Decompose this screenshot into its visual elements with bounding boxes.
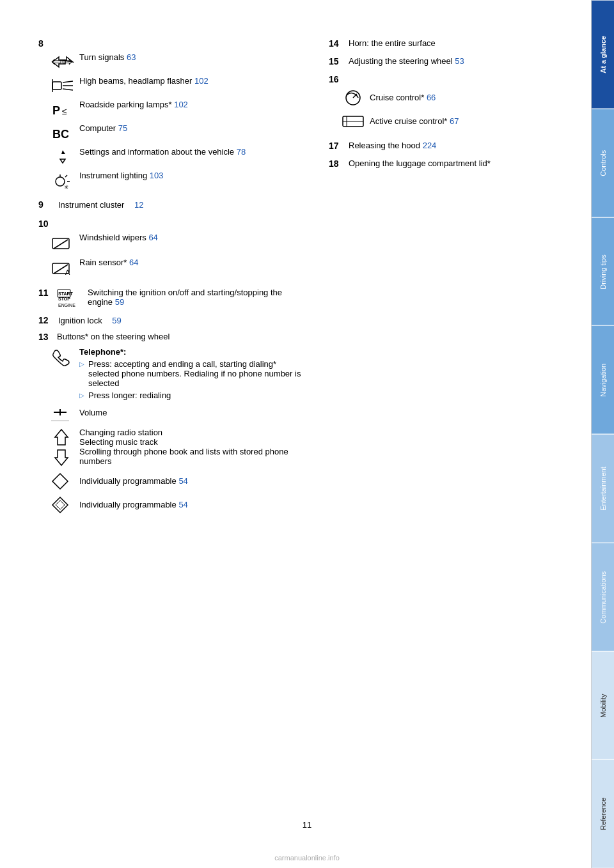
section-10: 10 Windshield wipers 64 — [38, 219, 310, 277]
high-beams-icon-cell — [51, 76, 79, 95]
cruise-control-item: Cruise control* 66 — [342, 88, 565, 107]
sidebar-tab-driving-tips[interactable]: Driving tips — [592, 217, 614, 326]
sidebar: At a glance Controls Driving tips Naviga… — [591, 0, 614, 868]
telephone-item: Telephone*: ▷ Press: accepting and endin… — [51, 347, 310, 400]
radio-down-icon — [51, 449, 72, 467]
section-14: 14 Horn: the entire surface — [329, 38, 565, 49]
section-16-number: 16 — [329, 74, 342, 84]
svg-text:P: P — [52, 104, 60, 117]
section-15-number: 15 — [329, 56, 342, 66]
sidebar-tab-reference[interactable]: Reference — [592, 759, 614, 868]
parking-lamps-icon: P ≤ — [51, 100, 74, 118]
parking-lamps-icon-cell: P ≤ — [51, 100, 79, 118]
turn-signals-icon: ⇦⇨ — [51, 53, 74, 71]
telephone-text: Telephone*: ▷ Press: accepting and endin… — [79, 347, 310, 400]
section-12-page: 59 — [112, 316, 121, 325]
start-stop-icon: START STOP ENGINE — [57, 288, 85, 309]
telephone-icon-cell — [51, 347, 79, 371]
turn-signals-text: Turn signals 63 — [79, 52, 310, 62]
active-cruise-icon-cell — [342, 112, 370, 130]
volume-item: Volume — [51, 405, 310, 422]
svg-line-6 — [63, 89, 73, 90]
computer-text: Computer 75 — [79, 123, 310, 133]
cruise-control-text: Cruise control* 66 — [370, 93, 565, 102]
high-beams-text: High beams, headlamp flasher 102 — [79, 76, 310, 86]
settings-text: Settings and information about the vehic… — [79, 147, 310, 157]
sidebar-tab-at-a-glance[interactable]: At a glance — [592, 0, 614, 109]
section-18-text: Opening the luggage compartment lid* — [349, 159, 491, 169]
section-14-text: Horn: the entire surface — [349, 38, 436, 49]
instrument-lighting-text: Instrument lighting 103 — [79, 171, 310, 180]
cruise-control-icon — [342, 89, 365, 107]
computer-icon-cell: BC — [51, 123, 79, 142]
svg-text:STOP: STOP — [58, 297, 70, 301]
section-15: 15 Adjusting the steering wheel 53 — [329, 56, 565, 66]
parking-lamps-text: Roadside parking lamps* 102 — [79, 100, 310, 109]
radio-music-text: Changing radio station Selecting music t… — [79, 428, 310, 466]
high-beams-icon — [51, 77, 74, 95]
instrument-lighting-icon-cell: ✳ — [51, 171, 79, 189]
page-number: 11 — [303, 820, 311, 830]
bullet-2: ▷ — [79, 392, 84, 399]
programmable-1-icon-cell — [51, 472, 79, 490]
computer-icon: BC — [51, 124, 74, 142]
section-13: 13 Buttons* on the steering wheel Teleph… — [38, 332, 310, 514]
section-8: 8 ⇦⇨ Turn signals 63 — [38, 38, 310, 189]
volume-plus-icon — [51, 408, 69, 417]
section-14-number: 14 — [329, 38, 342, 49]
active-cruise-icon — [342, 112, 365, 130]
section-10-header: 10 — [38, 219, 310, 229]
programmable-1-item: Individually programmable 54 — [51, 472, 310, 490]
section-13-number: 13 — [38, 332, 51, 342]
rain-sensor-text: Rain sensor* 64 — [79, 258, 310, 267]
settings-icon-cell — [51, 147, 79, 166]
section-9-page: 12 — [134, 200, 143, 210]
instrument-lighting-item: ✳ Instrument lighting 103 — [51, 171, 310, 189]
svg-text:BC: BC — [52, 128, 69, 141]
high-beams-item: High beams, headlamp flasher 102 — [51, 76, 310, 95]
windshield-wipers-item: Windshield wipers 64 — [51, 233, 310, 252]
left-column: 8 ⇦⇨ Turn signals 63 — [38, 38, 310, 842]
rain-sensor-icon: A — [51, 258, 74, 277]
svg-marker-11 — [61, 150, 65, 154]
watermark: carmanualonline.info — [274, 854, 340, 862]
section-12: 12 Ignition lock 59 — [38, 315, 310, 325]
programmable-2-icon-cell — [51, 495, 79, 514]
settings-icon — [51, 148, 74, 166]
section-13-label: Buttons* on the steering wheel — [57, 332, 169, 341]
rain-sensor-item: A Rain sensor* 64 — [51, 258, 310, 277]
svg-marker-33 — [56, 500, 65, 509]
svg-point-13 — [56, 177, 65, 186]
svg-marker-31 — [52, 474, 68, 489]
sidebar-tab-mobility[interactable]: Mobility — [592, 651, 614, 760]
sidebar-tab-communications[interactable]: Communications — [592, 543, 614, 651]
rain-sensor-icon-cell: A — [51, 258, 79, 277]
section-11: 11 START STOP ENGINE Switching the ignit… — [38, 288, 310, 309]
windshield-wipers-icon — [51, 233, 74, 252]
svg-marker-32 — [52, 497, 68, 513]
diamond-icon — [51, 472, 69, 490]
section-17: 17 Releasing the hood 224 — [329, 141, 565, 151]
main-content: 8 ⇦⇨ Turn signals 63 — [0, 0, 591, 868]
section-16: 16 Cruise control* 66 — [329, 74, 565, 130]
sidebar-tab-navigation[interactable]: Navigation — [592, 325, 614, 434]
active-cruise-item: Active cruise control* 67 — [342, 112, 565, 130]
cruise-control-icon-cell — [342, 88, 370, 107]
computer-item: BC Computer 75 — [51, 123, 310, 142]
svg-text:✳: ✳ — [64, 184, 69, 189]
programmable-1-text: Individually programmable 54 — [79, 476, 310, 486]
windshield-wipers-text: Windshield wipers 64 — [79, 233, 310, 242]
instrument-lighting-icon: ✳ — [51, 171, 74, 189]
active-cruise-text: Active cruise control* 67 — [370, 116, 565, 126]
section-18: 18 Opening the luggage compartment lid* — [329, 159, 565, 169]
svg-text:START: START — [58, 291, 74, 296]
sidebar-tab-controls[interactable]: Controls — [592, 109, 614, 217]
volume-text: Volume — [79, 408, 310, 417]
windshield-wipers-icon-cell — [51, 233, 79, 252]
svg-text:A: A — [65, 268, 70, 276]
svg-line-15 — [65, 175, 67, 177]
svg-text:⇦⇨: ⇦⇨ — [51, 54, 73, 68]
sidebar-tab-entertainment[interactable]: Entertainment — [592, 434, 614, 543]
svg-marker-30 — [55, 450, 68, 465]
section-15-text: Adjusting the steering wheel 53 — [349, 56, 464, 66]
